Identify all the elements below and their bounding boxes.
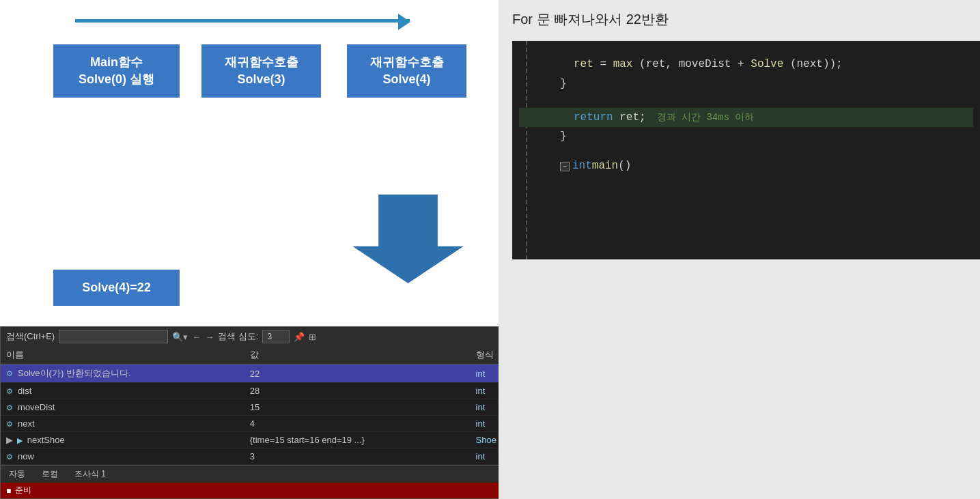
box-solve4: 재귀함수호출 Solve(4) <box>347 44 466 98</box>
code-line-1: ret = max (ret, moveDist + Solve (next))… <box>519 55 973 74</box>
code-main-func: main <box>592 156 618 176</box>
row-value-cell: {time=15 start=16 end=19 ...} <box>244 432 471 448</box>
box-solve3-line2: Solve(3) <box>237 72 285 86</box>
nav-back-icon[interactable]: ← <box>192 332 201 342</box>
status-text: 준비 <box>15 485 31 496</box>
code-line-4: } <box>519 127 973 147</box>
row-name-cell: ▶ ▶ nextShoe <box>1 432 244 448</box>
code-int-keyword: int <box>572 156 592 176</box>
right-panel: For 문 빠져나와서 22반환 ret = max (ret, moveDis… <box>499 0 980 499</box>
row-icon: ⚙ <box>6 403 15 412</box>
table-row: ⚙ moveDist15int <box>1 399 542 416</box>
arrow-right <box>75 19 410 23</box>
box-solve4-line2: Solve(4) <box>382 72 430 86</box>
debug-panel: 검색(Ctrl+E) 🔍▾ ← → 검색 심도: 📌 ⊞ 이름 값 형식 <box>0 326 543 499</box>
table-row: ⚙ next4int <box>1 416 542 432</box>
tab-watch[interactable]: 조사식 1 <box>66 466 114 483</box>
tab-auto[interactable]: 자동 <box>1 466 33 483</box>
row-value-cell: 15 <box>244 399 471 416</box>
minus-icon[interactable]: − <box>560 162 570 171</box>
row-icon: ⚙ <box>6 387 15 395</box>
tab-local[interactable]: 로컬 <box>33 466 66 483</box>
debug-status: ■ 준비 <box>1 483 542 498</box>
box-result: Solve(4)=22 <box>53 270 180 306</box>
col-name: 이름 <box>1 346 244 365</box>
code-content: ret = max (ret, moveDist + Solve (next))… <box>512 41 980 190</box>
header-title: For 문 빠져나와서 22반환 <box>512 10 669 29</box>
row-name-cell: ⚙ moveDist <box>1 399 244 416</box>
row-value-cell: 4 <box>244 416 471 432</box>
code-panel: ret = max (ret, moveDist + Solve (next))… <box>512 41 980 259</box>
box-solve4-line1: 재귀함수호출 <box>370 55 444 69</box>
row-icon: ⚙ <box>6 369 15 377</box>
search-icon[interactable]: 🔍▾ <box>172 332 188 342</box>
row-value-cell: 22 <box>244 365 471 383</box>
code-line-5: − int main () <box>519 156 973 176</box>
code-text-return: return ret; <box>574 108 646 128</box>
nav-forward-icon[interactable]: → <box>205 332 214 342</box>
debug-table-header: 이름 값 형식 <box>1 346 542 365</box>
code-text-1: ret = max (ret, moveDist + Solve (next))… <box>574 55 843 74</box>
table-row: ⚙ dist28int <box>1 383 542 399</box>
debug-search-label: 검색(Ctrl+E) <box>6 330 55 343</box>
debug-tabs: 자동 로컬 조사식 1 <box>1 465 542 483</box>
debug-toolbar: 검색(Ctrl+E) 🔍▾ ← → 검색 심도: 📌 ⊞ <box>1 327 542 346</box>
box-main-line2: Solve(0) 실행 <box>79 72 154 86</box>
row-value-cell: 28 <box>244 383 471 399</box>
debug-table-body: ⚙ Solve이(가) 반환되었습니다.22int⚙ dist28int⚙ mo… <box>1 365 542 465</box>
row-icon: ▶ <box>17 436 25 444</box>
row-name-cell: ⚙ now <box>1 448 244 465</box>
debug-search-input[interactable] <box>59 330 168 343</box>
svg-marker-0 <box>352 195 464 283</box>
table-row: ▶ ▶ nextShoe{time=15 start=16 end=19 ...… <box>1 432 542 448</box>
expand-icon[interactable]: ⊞ <box>309 332 316 342</box>
table-row: ⚙ now3int <box>1 448 542 465</box>
code-comment: 경과 시간 34ms 이하 <box>657 109 755 126</box>
box-main-line1: Main함수 <box>90 55 143 69</box>
status-icon: ■ <box>6 486 11 496</box>
code-line-2: } <box>519 74 973 94</box>
arrow-down-left <box>348 195 468 283</box>
col-value: 값 <box>244 346 471 365</box>
main-container: Main함수 Solve(0) 실행 재귀함수호출 Solve(3) 재귀함수호… <box>0 0 980 499</box>
code-line-3: return ret; 경과 시간 34ms 이하 <box>519 108 973 128</box>
table-row: ⚙ Solve이(가) 반환되었습니다.22int <box>1 365 542 383</box>
box-solve3-line1: 재귀함수호출 <box>225 55 298 69</box>
depth-label: 검색 심도: <box>218 330 258 343</box>
row-name-cell: ⚙ next <box>1 416 244 432</box>
row-name-cell: ⚙ dist <box>1 383 244 399</box>
left-panel: Main함수 Solve(0) 실행 재귀함수호출 Solve(3) 재귀함수호… <box>0 0 499 499</box>
box-main: Main함수 Solve(0) 실행 <box>53 44 180 98</box>
box-solve3: 재귀함수호출 Solve(3) <box>201 44 321 98</box>
box-result-label: Solve(4)=22 <box>82 281 151 294</box>
row-value-cell: 3 <box>244 448 471 465</box>
row-icon: ⚙ <box>6 453 15 461</box>
depth-input[interactable] <box>262 330 290 343</box>
pin-icon[interactable]: 📌 <box>294 332 305 342</box>
row-icon: ⚙ <box>6 420 15 428</box>
debug-table: 이름 값 형식 ⚙ Solve이(가) 반환되었습니다.22int⚙ dist2… <box>1 346 542 465</box>
row-name-cell: ⚙ Solve이(가) 반환되었습니다. <box>1 365 244 383</box>
